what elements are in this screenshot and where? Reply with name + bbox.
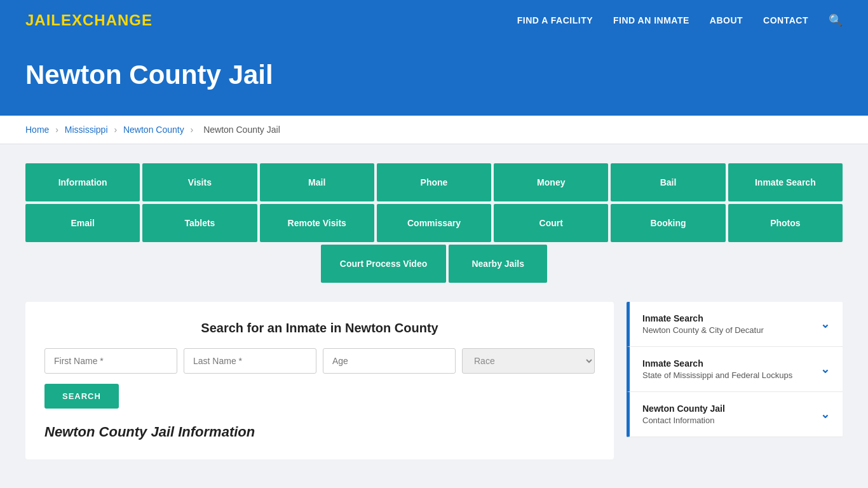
search-fields: Race	[44, 348, 595, 374]
nav-find-facility[interactable]: FIND A FACILITY	[517, 15, 593, 25]
sidebar-card-title-2: Newton County Jail	[642, 403, 725, 414]
main-layout: Search for an Inmate in Newton County Ra…	[25, 302, 843, 459]
sidebar-card-subtitle-2: Contact Information	[642, 416, 725, 425]
search-icon[interactable]: 🔍	[829, 13, 843, 27]
search-button[interactable]: SEARCH	[44, 384, 119, 409]
sidebar-card-subtitle-0: Newton County & City of Decatur	[642, 325, 764, 335]
chevron-down-icon-2: ⌄	[820, 407, 830, 421]
button-grid-row3: Court Process Video Nearby Jails	[25, 245, 843, 283]
btn-remote-visits[interactable]: Remote Visits	[260, 204, 374, 242]
btn-booking[interactable]: Booking	[611, 204, 725, 242]
btn-court-process-video[interactable]: Court Process Video	[321, 245, 446, 283]
sidebar-card-0[interactable]: Inmate Search Newton County & City of De…	[627, 302, 843, 347]
btn-email[interactable]: Email	[25, 204, 140, 242]
breadcrumb: Home › Mississippi › Newton County › New…	[0, 116, 868, 144]
breadcrumb-current: Newton County Jail	[203, 125, 280, 135]
logo[interactable]: JAILEXCHANGE	[25, 11, 153, 29]
btn-mail[interactable]: Mail	[260, 163, 374, 201]
section-heading: Newton County Jail Information	[44, 424, 595, 440]
chevron-down-icon-0: ⌄	[820, 317, 830, 331]
btn-commissary[interactable]: Commissary	[377, 204, 491, 242]
sidebar-card-text-1: Inmate Search State of Mississippi and F…	[642, 358, 792, 380]
search-section: Search for an Inmate in Newton County Ra…	[25, 302, 614, 459]
btn-money[interactable]: Money	[494, 163, 608, 201]
age-input[interactable]	[323, 348, 456, 374]
btn-nearby-jails[interactable]: Nearby Jails	[449, 245, 547, 283]
breadcrumb-mississippi[interactable]: Mississippi	[65, 125, 108, 135]
hero-section: Newton County Jail	[0, 41, 868, 116]
btn-information[interactable]: Information	[25, 163, 140, 201]
nav-find-inmate[interactable]: FIND AN INMATE	[613, 15, 689, 25]
chevron-down-icon-1: ⌄	[820, 362, 830, 376]
logo-jail: JAIL	[25, 11, 61, 29]
content-area: Information Visits Mail Phone Money Bail…	[0, 144, 868, 478]
btn-inmate-search[interactable]: Inmate Search	[728, 163, 843, 201]
nav-about[interactable]: ABOUT	[710, 15, 743, 25]
breadcrumb-newton-county[interactable]: Newton County	[123, 125, 184, 135]
sidebar-card-text-2: Newton County Jail Contact Information	[642, 403, 725, 425]
button-grid-row1: Information Visits Mail Phone Money Bail…	[25, 163, 843, 201]
btn-court[interactable]: Court	[494, 204, 608, 242]
btn-visits[interactable]: Visits	[142, 163, 257, 201]
nav-links: FIND A FACILITY FIND AN INMATE ABOUT CON…	[517, 13, 843, 27]
btn-photos[interactable]: Photos	[728, 204, 843, 242]
race-select[interactable]: Race	[462, 348, 595, 374]
navbar: JAILEXCHANGE FIND A FACILITY FIND AN INM…	[0, 0, 868, 41]
breadcrumb-sep3: ›	[191, 125, 196, 135]
breadcrumb-sep2: ›	[114, 125, 119, 135]
sidebar-card-1[interactable]: Inmate Search State of Mississippi and F…	[627, 347, 843, 392]
nav-contact[interactable]: CONTACT	[763, 15, 808, 25]
btn-tablets[interactable]: Tablets	[142, 204, 257, 242]
last-name-input[interactable]	[184, 348, 316, 374]
logo-exchange: EXCHANGE	[61, 11, 153, 29]
btn-bail[interactable]: Bail	[611, 163, 725, 201]
sidebar: Inmate Search Newton County & City of De…	[627, 302, 843, 437]
breadcrumb-home[interactable]: Home	[25, 125, 49, 135]
sidebar-card-subtitle-1: State of Mississippi and Federal Lockups	[642, 370, 792, 380]
sidebar-card-text-0: Inmate Search Newton County & City of De…	[642, 313, 764, 335]
first-name-input[interactable]	[44, 348, 177, 374]
button-grid-row2: Email Tablets Remote Visits Commissary C…	[25, 204, 843, 242]
sidebar-card-2[interactable]: Newton County Jail Contact Information ⌄	[627, 392, 843, 437]
breadcrumb-sep1: ›	[55, 125, 61, 135]
sidebar-card-title-1: Inmate Search	[642, 358, 792, 369]
search-title: Search for an Inmate in Newton County	[44, 321, 595, 336]
btn-phone[interactable]: Phone	[377, 163, 491, 201]
page-title: Newton County Jail	[25, 60, 843, 90]
sidebar-card-title-0: Inmate Search	[642, 313, 764, 323]
